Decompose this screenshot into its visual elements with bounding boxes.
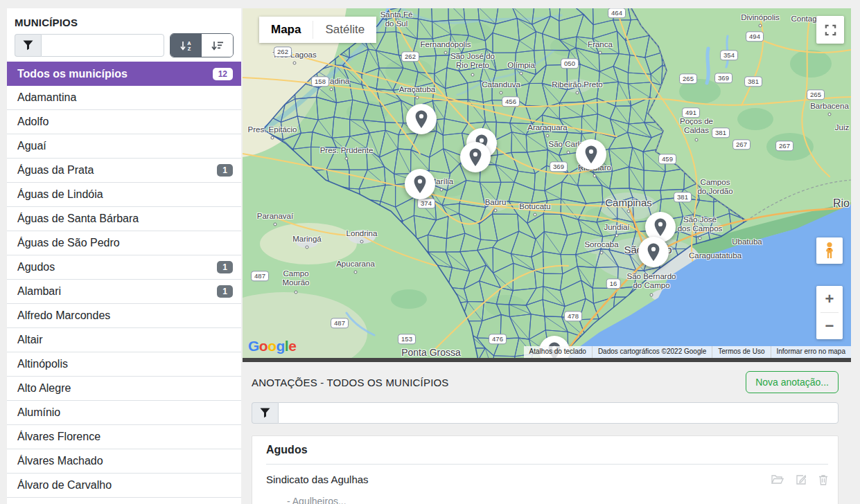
google-logo-letter: o bbox=[267, 338, 276, 354]
map-canvas[interactable]: Santa Fé do SulFernandópolisSão José do … bbox=[243, 8, 851, 358]
annotation-entry-row: Sindicato das Agulhas bbox=[266, 474, 828, 485]
sort-amount-down-icon bbox=[211, 40, 224, 51]
count-badge: 1 bbox=[217, 261, 233, 273]
google-logo[interactable]: Google bbox=[248, 338, 296, 354]
municipality-name: Aguaí bbox=[17, 140, 233, 152]
fullscreen-icon bbox=[824, 24, 837, 37]
sidebar-item-alvares-florence[interactable]: Álvares Florence bbox=[7, 425, 241, 449]
sidebar-item-adamantina[interactable]: Adamantina bbox=[7, 86, 241, 110]
municipality-name: Águas de Lindóia bbox=[17, 188, 233, 201]
map-marker-7[interactable] bbox=[638, 237, 669, 267]
pin-icon bbox=[467, 147, 484, 168]
municipality-name: Adolfo bbox=[17, 116, 233, 128]
funnel-icon bbox=[23, 40, 33, 51]
sidebar-title: MUNICÍPIOS bbox=[7, 8, 241, 34]
trash-icon[interactable] bbox=[818, 474, 828, 485]
zoom-out-button[interactable]: − bbox=[816, 313, 843, 339]
map-marker-4[interactable] bbox=[576, 139, 606, 170]
map-marker-5[interactable] bbox=[405, 169, 435, 199]
google-logo-letter: e bbox=[288, 338, 296, 354]
pin-icon bbox=[413, 109, 430, 129]
sort-alphabetical-button[interactable]: A Z bbox=[170, 34, 202, 57]
map-marker-3[interactable] bbox=[460, 142, 491, 172]
sidebar-item-adolfo[interactable]: Adolfo bbox=[7, 110, 241, 134]
google-logo-letter: G bbox=[248, 338, 259, 354]
new-annotation-button[interactable]: Nova anotação... bbox=[746, 371, 839, 393]
sidebar-item-altair[interactable]: Altair bbox=[7, 328, 241, 352]
annotation-group-agudos: AgudosSindicato das Agulhas- Agulheiros.… bbox=[266, 444, 828, 504]
sidebar-item-altinopolis[interactable]: Altinópolis bbox=[7, 352, 241, 377]
municipality-name: Altair bbox=[17, 334, 233, 346]
keyboard-shortcuts-link[interactable]: Atalhos do teclado bbox=[524, 346, 592, 358]
annotation-entry: Sindicato das Agulhas- Agulheiros... bbox=[266, 474, 828, 504]
municipality-filter-input[interactable] bbox=[41, 34, 164, 57]
sidebar-item-agudos[interactable]: Agudos1 bbox=[7, 255, 241, 280]
map-type-mapa-button[interactable]: Mapa bbox=[259, 17, 313, 43]
sidebar-item-aguas-de-santa-barbara[interactable]: Águas de Santa Bárbara bbox=[7, 207, 241, 231]
sidebar-item-alto-alegre[interactable]: Alto Alegre bbox=[7, 377, 241, 401]
sidebar-item-aluminio[interactable]: Alumínio bbox=[7, 401, 241, 425]
municipality-name: Alumínio bbox=[17, 406, 233, 419]
sort-by-count-button[interactable] bbox=[202, 34, 233, 57]
map-attribution-bar: Atalhos do teclado Dados cartográficos ©… bbox=[524, 346, 851, 358]
annotations-title: ANOTAÇÕES - TODOS OS MUNICÍPIOS bbox=[252, 377, 449, 388]
annotations-panel: ANOTAÇÕES - TODOS OS MUNICÍPIOS Nova ano… bbox=[243, 362, 860, 504]
sidebar-item-alvaro-de-carvalho[interactable]: Álvaro de Carvalho bbox=[7, 474, 241, 498]
map-base-art bbox=[243, 8, 851, 358]
filter-button[interactable] bbox=[15, 34, 41, 57]
annotation-entry-description: - Agulheiros... bbox=[266, 496, 828, 504]
funnel-icon bbox=[260, 408, 270, 418]
zoom-in-button[interactable]: + bbox=[816, 286, 843, 312]
sort-alpha-down-icon: A Z bbox=[180, 40, 193, 51]
map-type-control: Mapa Satélite bbox=[259, 17, 376, 43]
map-marker-1[interactable] bbox=[406, 104, 437, 134]
sidebar-item-alvares-machado[interactable]: Álvares Machado bbox=[7, 449, 241, 474]
google-logo-letter: g bbox=[277, 338, 285, 354]
municipality-name: Adamantina bbox=[17, 91, 233, 104]
sort-button-group: A Z bbox=[170, 33, 234, 57]
fullscreen-button[interactable] bbox=[816, 16, 844, 44]
annotations-filter-input[interactable] bbox=[278, 402, 839, 424]
report-error-link[interactable]: Informar erro no mapa bbox=[771, 346, 852, 358]
count-badge: 12 bbox=[213, 68, 233, 80]
municipality-name: Águas da Prata bbox=[17, 164, 217, 177]
annotations-filter-row bbox=[252, 402, 839, 424]
sidebar-item-alambari[interactable]: Alambari1 bbox=[7, 280, 241, 304]
municipality-name: Altinópolis bbox=[17, 358, 233, 370]
sidebar-item-alfredo-marcondes[interactable]: Alfredo Marcondes bbox=[7, 304, 241, 328]
municipality-name: Álvares Machado bbox=[17, 455, 233, 467]
sidebar-item-all-municipalities[interactable]: Todos os municípios 12 bbox=[7, 62, 241, 86]
map-data-credit: Dados cartográficos ©2022 Google bbox=[592, 346, 712, 358]
annotations-header: ANOTAÇÕES - TODOS OS MUNICÍPIOS Nova ano… bbox=[252, 371, 839, 393]
municipality-name: Alto Alegre bbox=[17, 382, 233, 395]
svg-text:Z: Z bbox=[187, 46, 191, 51]
sidebar-filter-row: A Z bbox=[7, 34, 241, 57]
terms-link[interactable]: Termos de Uso bbox=[712, 346, 770, 358]
municipality-name: Alfredo Marcondes bbox=[17, 309, 233, 322]
count-badge: 1 bbox=[217, 164, 233, 177]
pegman-icon bbox=[823, 242, 836, 260]
annotations-card: AgudosSindicato das Agulhas- Agulheiros.… bbox=[252, 435, 839, 504]
municipality-name: Álvaro de Carvalho bbox=[17, 479, 233, 492]
google-logo-letter: o bbox=[259, 338, 267, 354]
sidebar-item-aguas-de-lindoia[interactable]: Águas de Lindóia bbox=[7, 183, 241, 207]
map-type-satelite-button[interactable]: Satélite bbox=[313, 17, 376, 43]
annotations-filter-button[interactable] bbox=[252, 402, 278, 424]
open-folder-icon[interactable] bbox=[771, 474, 784, 485]
count-badge: 1 bbox=[217, 285, 233, 298]
edit-icon[interactable] bbox=[796, 474, 807, 485]
annotation-actions bbox=[771, 474, 828, 485]
sidebar-item-aguas-da-prata[interactable]: Águas da Prata1 bbox=[7, 159, 241, 183]
pin-icon bbox=[652, 217, 669, 237]
annotation-group-municipality: Agudos bbox=[266, 444, 828, 465]
pin-icon bbox=[583, 145, 599, 165]
zoom-control: + − bbox=[816, 286, 843, 339]
municipality-name: Águas de Santa Bárbara bbox=[17, 213, 233, 225]
pegman-control[interactable] bbox=[816, 237, 843, 264]
sidebar-item-aguai[interactable]: Aguaí bbox=[7, 134, 241, 159]
sidebar-item-aguas-de-sao-pedro[interactable]: Águas de São Pedro bbox=[7, 231, 241, 255]
municipality-list: Todos os municípios 12 AdamantinaAdolfoA… bbox=[7, 62, 241, 498]
municipality-name: Águas de São Pedro bbox=[17, 237, 233, 249]
municipality-name: Todos os municípios bbox=[17, 68, 213, 80]
pin-icon bbox=[645, 242, 662, 262]
